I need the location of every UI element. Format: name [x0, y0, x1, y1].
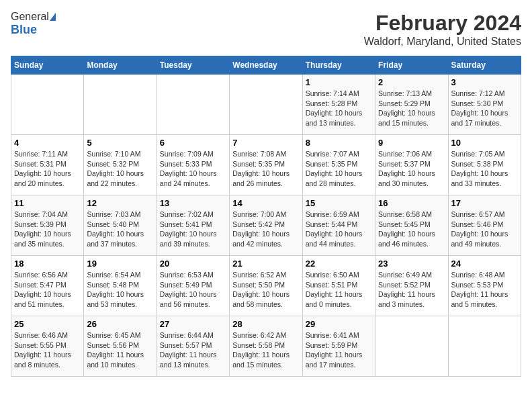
page-title: February 2024 — [364, 11, 521, 36]
calendar-cell: 25Sunrise: 6:46 AM Sunset: 5:55 PM Dayli… — [11, 316, 84, 377]
day-number: 2 — [378, 77, 445, 87]
day-number: 5 — [87, 138, 153, 148]
calendar-cell: 8Sunrise: 7:07 AM Sunset: 5:35 PM Daylig… — [302, 135, 375, 195]
day-number: 23 — [378, 259, 445, 269]
calendar-cell: 29Sunrise: 6:41 AM Sunset: 5:59 PM Dayli… — [302, 316, 375, 377]
day-info: Sunrise: 7:08 AM Sunset: 5:35 PM Dayligh… — [232, 149, 299, 189]
day-number: 9 — [378, 138, 445, 148]
day-info: Sunrise: 6:58 AM Sunset: 5:45 PM Dayligh… — [378, 210, 445, 249]
day-info: Sunrise: 6:48 AM Sunset: 5:53 PM Dayligh… — [451, 270, 518, 310]
calendar-cell: 28Sunrise: 6:42 AM Sunset: 5:58 PM Dayli… — [230, 316, 302, 377]
day-number: 24 — [451, 259, 518, 269]
calendar-cell: 3Sunrise: 7:12 AM Sunset: 5:30 PM Daylig… — [448, 75, 521, 135]
calendar-cell: 17Sunrise: 6:57 AM Sunset: 5:46 PM Dayli… — [448, 195, 521, 256]
calendar-cell: 26Sunrise: 6:45 AM Sunset: 5:56 PM Dayli… — [84, 316, 157, 377]
calendar-cell: 12Sunrise: 7:03 AM Sunset: 5:40 PM Dayli… — [84, 195, 157, 256]
day-number: 11 — [14, 198, 81, 208]
calendar-cell: 5Sunrise: 7:10 AM Sunset: 5:32 PM Daylig… — [84, 135, 157, 195]
day-number: 19 — [87, 259, 153, 269]
day-info: Sunrise: 7:02 AM Sunset: 5:41 PM Dayligh… — [160, 210, 226, 249]
logo: General Blue — [11, 11, 56, 37]
day-number: 28 — [232, 319, 299, 329]
day-number: 13 — [160, 198, 226, 208]
calendar-cell: 11Sunrise: 7:04 AM Sunset: 5:39 PM Dayli… — [11, 195, 84, 256]
calendar-cell: 9Sunrise: 7:06 AM Sunset: 5:37 PM Daylig… — [375, 135, 448, 195]
day-info: Sunrise: 6:41 AM Sunset: 5:59 PM Dayligh… — [306, 330, 372, 370]
day-number: 29 — [306, 319, 372, 329]
calendar-week-row: 1Sunrise: 7:14 AM Sunset: 5:28 PM Daylig… — [11, 75, 521, 135]
day-info: Sunrise: 6:59 AM Sunset: 5:44 PM Dayligh… — [306, 210, 372, 249]
calendar-week-row: 25Sunrise: 6:46 AM Sunset: 5:55 PM Dayli… — [11, 316, 521, 377]
day-number: 15 — [306, 198, 372, 208]
day-info: Sunrise: 6:49 AM Sunset: 5:52 PM Dayligh… — [378, 270, 445, 310]
day-number: 6 — [160, 138, 226, 148]
day-info: Sunrise: 7:13 AM Sunset: 5:29 PM Dayligh… — [378, 89, 445, 128]
day-number: 25 — [14, 319, 81, 329]
calendar-cell: 20Sunrise: 6:53 AM Sunset: 5:49 PM Dayli… — [157, 256, 229, 316]
day-info: Sunrise: 7:09 AM Sunset: 5:33 PM Dayligh… — [160, 149, 226, 189]
calendar-cell: 21Sunrise: 6:52 AM Sunset: 5:50 PM Dayli… — [230, 256, 302, 316]
day-info: Sunrise: 6:57 AM Sunset: 5:46 PM Dayligh… — [451, 210, 518, 249]
day-info: Sunrise: 7:03 AM Sunset: 5:40 PM Dayligh… — [87, 210, 153, 249]
calendar-cell — [84, 75, 157, 135]
day-number: 20 — [160, 259, 226, 269]
calendar-cell: 19Sunrise: 6:54 AM Sunset: 5:48 PM Dayli… — [84, 256, 157, 316]
calendar-week-row: 18Sunrise: 6:56 AM Sunset: 5:47 PM Dayli… — [11, 256, 521, 316]
calendar-cell: 10Sunrise: 7:05 AM Sunset: 5:38 PM Dayli… — [448, 135, 521, 195]
header-thursday: Thursday — [302, 56, 375, 75]
day-info: Sunrise: 7:04 AM Sunset: 5:39 PM Dayligh… — [14, 210, 81, 249]
calendar-cell: 24Sunrise: 6:48 AM Sunset: 5:53 PM Dayli… — [448, 256, 521, 316]
title-block: February 2024 Waldorf, Maryland, United … — [364, 11, 521, 48]
logo-general-text: General — [11, 11, 49, 23]
calendar-cell: 4Sunrise: 7:11 AM Sunset: 5:31 PM Daylig… — [11, 135, 84, 195]
calendar-table: SundayMondayTuesdayWednesdayThursdayFrid… — [11, 56, 521, 377]
header-friday: Friday — [375, 56, 448, 75]
day-number: 16 — [378, 198, 445, 208]
calendar-cell: 18Sunrise: 6:56 AM Sunset: 5:47 PM Dayli… — [11, 256, 84, 316]
day-number: 27 — [160, 319, 226, 329]
day-number: 12 — [87, 198, 153, 208]
header-sunday: Sunday — [11, 56, 84, 75]
logo-triangle-icon — [50, 13, 56, 21]
calendar-cell — [157, 75, 229, 135]
day-info: Sunrise: 7:07 AM Sunset: 5:35 PM Dayligh… — [306, 149, 372, 189]
day-info: Sunrise: 6:52 AM Sunset: 5:50 PM Dayligh… — [232, 270, 299, 310]
calendar-cell: 23Sunrise: 6:49 AM Sunset: 5:52 PM Dayli… — [375, 256, 448, 316]
day-info: Sunrise: 6:45 AM Sunset: 5:56 PM Dayligh… — [87, 330, 153, 370]
header-monday: Monday — [84, 56, 157, 75]
calendar-cell — [448, 316, 521, 377]
page-header: General Blue February 2024 Waldorf, Mary… — [11, 11, 521, 48]
calendar-cell — [375, 316, 448, 377]
day-number: 10 — [451, 138, 518, 148]
calendar-cell: 14Sunrise: 7:00 AM Sunset: 5:42 PM Dayli… — [230, 195, 302, 256]
calendar-cell: 7Sunrise: 7:08 AM Sunset: 5:35 PM Daylig… — [230, 135, 302, 195]
day-info: Sunrise: 6:53 AM Sunset: 5:49 PM Dayligh… — [160, 270, 226, 310]
day-info: Sunrise: 6:56 AM Sunset: 5:47 PM Dayligh… — [14, 270, 81, 310]
day-info: Sunrise: 7:11 AM Sunset: 5:31 PM Dayligh… — [14, 149, 81, 189]
day-number: 22 — [306, 259, 372, 269]
day-number: 8 — [306, 138, 372, 148]
calendar-week-row: 11Sunrise: 7:04 AM Sunset: 5:39 PM Dayli… — [11, 195, 521, 256]
calendar-cell: 27Sunrise: 6:44 AM Sunset: 5:57 PM Dayli… — [157, 316, 229, 377]
logo-blue-text: Blue — [11, 23, 37, 37]
page-subtitle: Waldorf, Maryland, United States — [364, 36, 521, 48]
calendar-cell: 2Sunrise: 7:13 AM Sunset: 5:29 PM Daylig… — [375, 75, 448, 135]
day-number: 17 — [451, 198, 518, 208]
day-info: Sunrise: 6:50 AM Sunset: 5:51 PM Dayligh… — [306, 270, 372, 310]
day-info: Sunrise: 7:10 AM Sunset: 5:32 PM Dayligh… — [87, 149, 153, 189]
day-info: Sunrise: 7:12 AM Sunset: 5:30 PM Dayligh… — [451, 89, 518, 128]
day-number: 21 — [232, 259, 299, 269]
day-info: Sunrise: 7:00 AM Sunset: 5:42 PM Dayligh… — [232, 210, 299, 249]
day-info: Sunrise: 7:14 AM Sunset: 5:28 PM Dayligh… — [306, 89, 372, 128]
header-tuesday: Tuesday — [157, 56, 229, 75]
calendar-cell: 16Sunrise: 6:58 AM Sunset: 5:45 PM Dayli… — [375, 195, 448, 256]
day-number: 26 — [87, 319, 153, 329]
day-info: Sunrise: 7:06 AM Sunset: 5:37 PM Dayligh… — [378, 149, 445, 189]
calendar-cell: 22Sunrise: 6:50 AM Sunset: 5:51 PM Dayli… — [302, 256, 375, 316]
calendar-cell: 6Sunrise: 7:09 AM Sunset: 5:33 PM Daylig… — [157, 135, 229, 195]
day-info: Sunrise: 6:54 AM Sunset: 5:48 PM Dayligh… — [87, 270, 153, 310]
day-number: 1 — [306, 77, 372, 87]
calendar-cell: 13Sunrise: 7:02 AM Sunset: 5:41 PM Dayli… — [157, 195, 229, 256]
day-number: 18 — [14, 259, 81, 269]
header-saturday: Saturday — [448, 56, 521, 75]
